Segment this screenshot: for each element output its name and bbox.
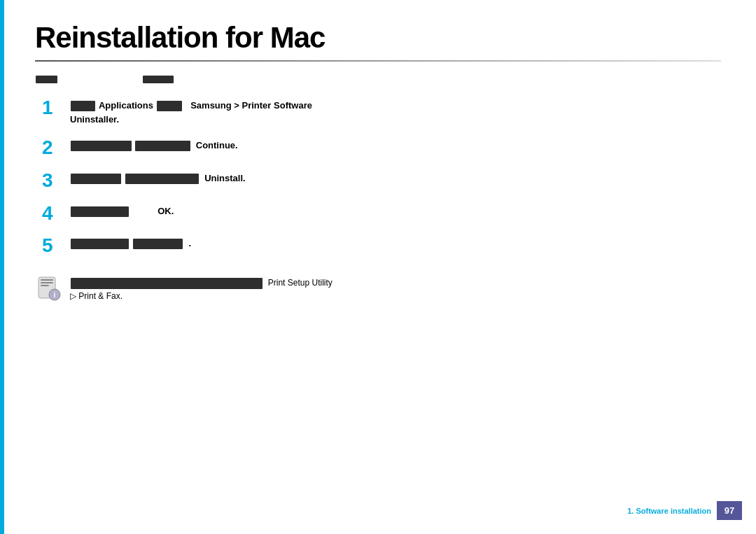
step-3-garbled1: Bgv — [71, 174, 121, 184]
step-1-garbled1: fje — [71, 101, 95, 111]
step-1-text3: Uninstaller. — [70, 114, 119, 125]
step-2-garbled2: fc — [135, 141, 190, 151]
step-5-content: Affia itiClose . — [70, 234, 721, 251]
meta-col1: fhjid — [36, 76, 57, 83]
step-5-number: 5 — [42, 235, 70, 257]
note-icon: i — [35, 275, 62, 302]
step-5-garbled2: itiClose — [133, 239, 183, 249]
step-1-garbled2: fi — [157, 101, 183, 111]
step-3: 3 Bgv ttifc Uninstall. — [42, 169, 721, 192]
footer: 1. Software installation 97 — [627, 501, 742, 520]
step-2-text1: Continue. — [193, 140, 238, 150]
step-1-content: fje Applications fi Samsung > Printer So… — [70, 96, 721, 126]
note-text2: Print & Fax. — [78, 291, 122, 301]
step-5: 5 Affia itiClose . — [42, 234, 721, 257]
step-4-text1: OK. — [132, 206, 174, 216]
step-4: 4 fipt OK. — [42, 202, 721, 225]
note-garbled1: fatjptfia — [71, 278, 262, 289]
page-title: Reinstallation for Mac — [35, 21, 721, 55]
step-1-text1: Applications — [99, 100, 156, 111]
page-container: Reinstallation for Mac fhjid tdjniitt 1 … — [0, 0, 756, 534]
note-text2-prefix: ▷ — [70, 291, 78, 301]
step-5-garbled1: Affia — [71, 239, 129, 249]
step-2-number: 2 — [42, 137, 70, 159]
step-1: 1 fje Applications fi Samsung > Printer … — [42, 96, 721, 126]
footer-section-label: 1. Software installation — [627, 507, 717, 515]
note-text1: Print Setup Utility — [265, 278, 332, 288]
note-content: fatjptfia Print Setup Utility ▷ Print & … — [70, 274, 332, 303]
svg-rect-2 — [41, 282, 53, 283]
divider — [35, 60, 721, 62]
steps-container: 1 fje Applications fi Samsung > Printer … — [42, 96, 721, 267]
meta-col2: tdjniitt — [143, 76, 174, 83]
step-4-number: 4 — [42, 203, 70, 225]
step-3-content: Bgv ttifc Uninstall. — [70, 169, 721, 185]
footer-page-number: 97 — [717, 501, 742, 520]
note-row: i fatjptfia Print Setup Utility ▷ Print … — [35, 274, 721, 303]
step-2-content: Oa fc Continue. — [70, 136, 721, 153]
step-5-text1: . — [186, 238, 191, 248]
step-2-garbled1: Oa — [71, 141, 132, 151]
step-2: 2 Oa fc Continue. — [42, 136, 721, 159]
svg-rect-3 — [41, 285, 49, 286]
step-4-content: fipt OK. — [70, 202, 721, 218]
step-1-text2: Samsung > Printer Software — [186, 100, 312, 111]
svg-text:i: i — [54, 291, 56, 299]
svg-rect-1 — [41, 279, 53, 281]
step-1-number: 1 — [42, 97, 70, 119]
meta-row: fhjid tdjniitt — [35, 76, 721, 83]
step-3-garbled2: ttifc — [125, 174, 199, 184]
step-3-number: 3 — [42, 170, 70, 192]
step-3-text1: Uninstall. — [202, 173, 246, 183]
step-4-garbled1: fipt — [71, 206, 129, 217]
